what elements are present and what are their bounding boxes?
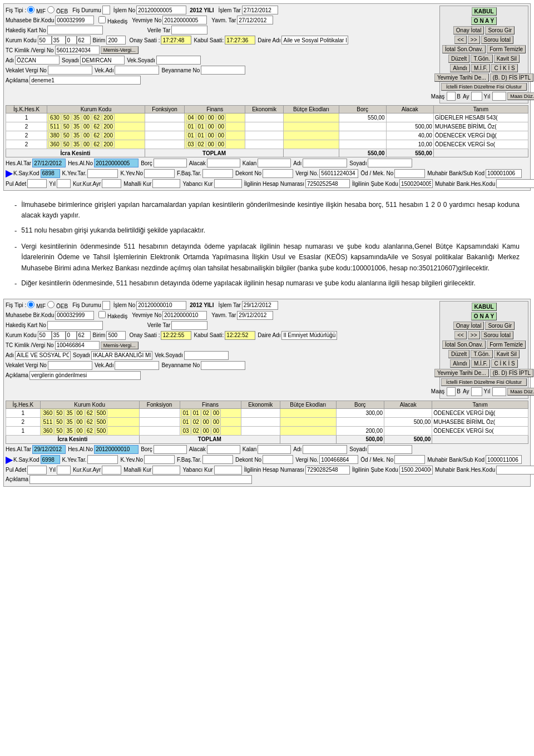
yavm-tar-input-2[interactable]	[237, 311, 273, 320]
form-temizle-button-2[interactable]: Form Temizle	[487, 340, 526, 349]
adi-input-2[interactable]	[15, 351, 71, 360]
k-say-kod-input[interactable]	[41, 169, 60, 178]
pul-adet-input-2[interactable]	[27, 466, 47, 475]
mahalli-kur-input[interactable]	[152, 179, 180, 188]
sube-kodu-input-2[interactable]	[399, 466, 433, 475]
muhasebe-input-2[interactable]	[55, 311, 94, 320]
islem-tar-input-2[interactable]	[242, 301, 278, 310]
kurum-k3-input-2[interactable]	[66, 331, 77, 340]
maas-duz-button-2[interactable]: Maas Düz.	[507, 388, 534, 396]
muhasebe-input[interactable]	[55, 16, 94, 24]
birim-input-2[interactable]	[106, 331, 126, 340]
onay-ital-button[interactable]: Onay İotal	[453, 26, 484, 34]
yevmiye-no-input[interactable]	[162, 16, 207, 24]
onay-saati-input[interactable]	[161, 36, 191, 45]
hes-al-no-input[interactable]	[94, 159, 139, 167]
cikis-button-2[interactable]: C İ K İ S	[491, 359, 517, 368]
hes-al-tar-input-2[interactable]	[32, 445, 66, 454]
sube-kodu-input[interactable]	[399, 179, 433, 188]
kurum-k1-input-2[interactable]	[38, 331, 52, 340]
sogu-ital-button-2[interactable]: Sorou İotal	[481, 331, 513, 339]
kurum-k4-input-2[interactable]	[77, 331, 91, 340]
beyanname-input[interactable]	[201, 66, 245, 75]
islem-no-input[interactable]	[136, 6, 186, 14]
t-gon-button-2[interactable]: T.Gön.	[471, 350, 492, 358]
vek-soyadi-input[interactable]	[156, 56, 201, 65]
hakedis-checkbox-label-2[interactable]: Hakediş	[98, 311, 127, 319]
aciklama-bottom-input[interactable]	[29, 475, 252, 484]
soyadi-input-2[interactable]	[91, 351, 152, 360]
yabanci-kur-input[interactable]	[214, 179, 242, 188]
onay-button[interactable]: O N A Y	[471, 17, 497, 25]
kur-kur-ayr-input[interactable]	[102, 179, 121, 188]
kurum-k1-input[interactable]	[38, 36, 52, 45]
vek-adi-input[interactable]	[115, 66, 159, 75]
oeb-radio-label-2[interactable]: ÖEB	[47, 301, 68, 309]
k-yev-no-input-2[interactable]	[144, 455, 175, 464]
ilgilinin-hesap-input-2[interactable]	[305, 466, 350, 475]
islem-no-input-2[interactable]	[136, 301, 186, 310]
duzelt-button[interactable]: Düzelt	[448, 55, 469, 63]
ictelli-button-2[interactable]: İctelli Fisten Düzeltme Fisi Olustur	[441, 378, 527, 386]
ictelli-button[interactable]: İctelli Fisten Düzeltme Fisi Olustur	[441, 83, 527, 91]
muhabir-banka-input-2[interactable]	[496, 466, 534, 475]
aciklama-input[interactable]	[29, 76, 141, 85]
mif-radio-label-2[interactable]: MIF	[27, 301, 46, 309]
hakedis-kart-input-2[interactable]	[47, 321, 103, 330]
aciklama-input-2[interactable]	[29, 371, 141, 380]
fis-durumu-input[interactable]	[102, 6, 110, 14]
dekont-input-2[interactable]	[263, 455, 293, 464]
onay-saati-input-2[interactable]	[161, 331, 191, 340]
hakedis-kart-input[interactable]	[47, 26, 103, 34]
yabanci-kur-input-2[interactable]	[214, 466, 242, 475]
od-mek-input-2[interactable]	[394, 455, 425, 464]
kalan-input[interactable]	[258, 159, 291, 167]
duzelt-button-2[interactable]: Düzelt	[448, 350, 469, 358]
f-bas-tar-input-2[interactable]	[202, 455, 233, 464]
kavit-sil-button[interactable]: Kavit Sil	[494, 55, 520, 63]
mahalli-kur-input-2[interactable]	[152, 466, 180, 475]
tc-kimlik-input[interactable]	[55, 46, 100, 55]
alindi-button[interactable]: Alındı	[450, 64, 470, 72]
islem-tar-input[interactable]	[242, 6, 278, 14]
sogu-gir-button[interactable]: Sorou Gir	[485, 26, 515, 34]
fis-durumu-input-2[interactable]	[102, 301, 110, 310]
fis-iptl-button-2[interactable]: (B. D) FİS İPTL	[490, 369, 533, 377]
oeb-radio-2[interactable]	[47, 301, 55, 308]
nav-left-button-2[interactable]: <<	[454, 331, 467, 339]
muhabir-input[interactable]	[486, 169, 522, 178]
maas-b-input-2[interactable]	[447, 387, 456, 396]
yil-bottom-input[interactable]	[57, 179, 71, 188]
onay-button-2[interactable]: O N A Y	[471, 312, 497, 320]
soyadi-bottom-input-2[interactable]	[368, 445, 412, 454]
alacak-input-2[interactable]	[207, 445, 240, 454]
ay-input-2[interactable]	[471, 387, 482, 396]
pul-adet-input[interactable]	[27, 179, 47, 188]
muhabir-input-2[interactable]	[486, 455, 522, 464]
sogu-gir-button-2[interactable]: Sorou Gir	[485, 322, 515, 330]
fis-iptl-button[interactable]: (B. D) FİS İPTL	[490, 73, 533, 82]
dekont-input[interactable]	[263, 169, 293, 178]
soyadi-input[interactable]	[80, 56, 125, 65]
hakedis-checkbox-label[interactable]: Hakediş	[98, 16, 127, 24]
kabul-saati-input-2[interactable]	[225, 331, 255, 340]
oeb-radio[interactable]	[47, 6, 55, 13]
oeb-radio-label[interactable]: ÖEB	[47, 6, 68, 14]
cikis-button[interactable]: C İ K İ S	[491, 64, 517, 72]
kurum-k2-input[interactable]	[52, 36, 66, 45]
form-temizle-button[interactable]: Form Temizle	[487, 45, 526, 53]
vek-soyadi-input-2[interactable]	[184, 351, 229, 360]
t-gon-button[interactable]: T.Gön.	[471, 55, 492, 63]
maas-b-input[interactable]	[447, 92, 456, 101]
adi-input[interactable]	[15, 56, 60, 65]
ital-son-onay-button[interactable]: İotal Son.Onav.	[442, 45, 486, 53]
hes-al-tar-input[interactable]	[32, 159, 66, 167]
yil-bottom-input-2[interactable]	[57, 466, 71, 475]
mif-radio-label[interactable]: MIF	[27, 6, 46, 14]
kurum-k4-input[interactable]	[77, 36, 91, 45]
yevmiye-tarihi-button[interactable]: Yevmiye Tarihi De...	[434, 73, 489, 82]
kalan-input-2[interactable]	[258, 445, 291, 454]
muhabir-banka-input[interactable]	[496, 179, 534, 188]
borc-input[interactable]	[154, 159, 187, 167]
tc-kimlik-input-2[interactable]	[55, 341, 100, 350]
